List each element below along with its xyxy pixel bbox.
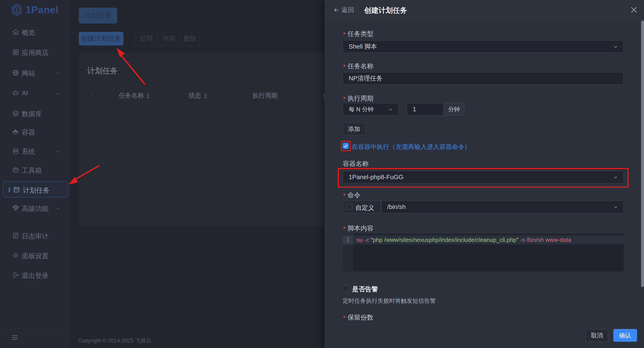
app-logo[interactable]: 1 1Panel — [11, 4, 58, 16]
script-label: 脚本内容 — [343, 224, 374, 233]
sidebar: 1 1Panel 概览应用商店网站AI数据库容器系统工具箱计划任务高级功能日志审… — [0, 0, 70, 348]
sidebar-item-label: 数据库 — [22, 109, 42, 119]
sidebar-item-label: 日志审计 — [22, 232, 48, 241]
table-line — [84, 225, 324, 226]
toolbox-icon — [12, 166, 19, 173]
sidebar-item-label: AI — [22, 89, 28, 97]
svg-text:1: 1 — [16, 7, 18, 13]
sidebar-item-label: 工具箱 — [22, 166, 42, 175]
logs-icon — [12, 232, 19, 239]
sidebar-item-label: 容器 — [22, 128, 35, 137]
select-all-checkbox[interactable] — [92, 92, 99, 99]
sidebar-item-cronjob[interactable]: 计划任务 — [3, 181, 68, 198]
shell-value: /bin/sh — [387, 203, 406, 211]
sidebar-item-settings[interactable]: 面板设置 — [0, 249, 70, 262]
active-indicator — [9, 188, 10, 192]
sidebar-item-appstore[interactable]: 应用商店 — [0, 46, 70, 59]
add-cycle-button[interactable]: 添加 — [343, 123, 366, 135]
cycle-number-value: 1 — [413, 106, 416, 113]
back-button[interactable]: 返回 — [333, 6, 354, 14]
card-title: 计划任务 — [87, 66, 118, 76]
footer-divider — [324, 324, 644, 324]
logo-hexagon-icon: 1 — [11, 4, 22, 16]
database-icon — [12, 110, 19, 117]
collapse-sidebar-icon[interactable] — [11, 334, 19, 341]
chevron-down-icon — [613, 44, 618, 50]
custom-command-group: 自定义 — [343, 201, 381, 213]
sidebar-item-advanced[interactable]: 高级功能 — [0, 201, 70, 215]
brand-name: 1Panel — [26, 4, 58, 16]
retain-label: 保留份数 — [343, 313, 374, 322]
sidebar-item-database[interactable]: 数据库 — [0, 107, 70, 120]
sidebar-item-robot[interactable]: AI — [0, 86, 70, 100]
system-icon — [12, 147, 19, 154]
task-type-value: Shell 脚本 — [349, 42, 377, 51]
sidebar-item-label: 面板设置 — [22, 251, 48, 261]
close-icon[interactable] — [630, 5, 638, 14]
cronjob-icon — [13, 186, 20, 193]
logout-icon — [12, 271, 19, 279]
sidebar-item-label: 系统 — [22, 147, 35, 156]
drawer-header: 返回 创建计划任务 — [324, 0, 644, 20]
column-header[interactable]: 任务名称 — [119, 91, 150, 100]
cycle-label: 执行周期 — [343, 94, 374, 103]
task-name-input[interactable]: NP清理任务 — [343, 72, 624, 85]
sidebar-item-label: 网站 — [22, 69, 35, 78]
sidebar-item-label: 退出登录 — [22, 271, 48, 280]
chevron-down-icon — [613, 204, 618, 210]
annotation-box-container-select — [338, 168, 628, 188]
cronjob-table-card: 计划任务 任务名称状态执行周期保留 — [79, 53, 324, 226]
sort-icon[interactable] — [146, 93, 150, 99]
sidebar-divider — [0, 328, 70, 329]
cycle-number-input[interactable]: 1 — [407, 103, 444, 116]
globe-icon — [12, 69, 19, 76]
drawer-lower: 是否告警 定时任务执行失败时将触发短信告警 保留份数 取消 确认 — [324, 272, 644, 348]
alert-description: 定时任务执行失败时将触发短信告警 — [343, 297, 436, 305]
sidebar-item-globe[interactable]: 网站 — [0, 66, 70, 80]
chevron-down-icon — [388, 107, 394, 112]
appstore-icon — [12, 49, 19, 56]
container-icon — [12, 128, 19, 135]
script-editor[interactable]: 1 su -c "php /www/sites/nexusphp/index/i… — [343, 233, 624, 272]
container-name-label: 容器名称 — [343, 159, 369, 168]
toolbar-hairline — [70, 29, 324, 29]
column-header[interactable]: 状态 — [188, 91, 207, 100]
sidebar-item-logout[interactable]: 退出登录 — [0, 268, 70, 282]
task-name-value: NP清理任务 — [349, 74, 382, 83]
shell-select[interactable]: /bin/sh — [381, 201, 624, 213]
chevron-down-icon — [56, 91, 60, 96]
alert-checkbox[interactable] — [343, 285, 349, 291]
chevron-down-icon — [56, 71, 60, 76]
enable-button[interactable]: 启用 — [135, 32, 158, 46]
route-tab-cronjob[interactable]: 计划任务 — [79, 8, 117, 24]
delete-button[interactable]: 删除 — [180, 32, 199, 46]
header-divider — [358, 6, 358, 14]
sort-icon[interactable] — [203, 93, 207, 99]
custom-command-checkbox[interactable] — [346, 204, 352, 210]
drawer-title: 创建计划任务 — [364, 6, 407, 16]
copyright-text: Copyright © 2014-2025 飞致云 — [78, 337, 151, 344]
cycle-type-select[interactable]: 每 N 分钟 — [343, 103, 398, 116]
sidebar-item-toolbox[interactable]: 工具箱 — [0, 163, 70, 177]
sidebar-item-home[interactable]: 概览 — [0, 25, 70, 39]
annotation-box-checkbox — [341, 141, 351, 151]
sidebar-item-container[interactable]: 容器 — [0, 125, 70, 138]
create-cronjob-button[interactable]: 创建计划任务 — [79, 32, 124, 46]
confirm-button[interactable]: 确认 — [613, 329, 637, 342]
cycle-unit-label: 分钟 — [444, 103, 464, 116]
drawer-scrollbar[interactable] — [641, 21, 644, 287]
in-container-label[interactable]: 在容器中执行（无需再输入进入容器命令） — [352, 143, 471, 151]
command-label: 命令 — [343, 191, 360, 200]
table-line — [84, 163, 324, 163]
task-type-select[interactable]: Shell 脚本 — [343, 40, 624, 53]
disable-button[interactable]: 停用 — [157, 32, 181, 46]
chevron-down-icon — [56, 149, 60, 154]
main-content: 计划任务 创建计划任务 启用 停用 删除 计划任务 任务名称状态执行周期保留 C… — [70, 0, 324, 348]
editor-line-number: 1 — [343, 235, 353, 244]
sidebar-item-logs[interactable]: 日志审计 — [0, 229, 70, 242]
sidebar-item-system[interactable]: 系统 — [0, 144, 70, 158]
column-header: 执行周期 — [252, 91, 278, 100]
sidebar-item-label: 概览 — [22, 28, 35, 37]
cycle-type-value: 每 N 分钟 — [349, 105, 374, 113]
cancel-button[interactable]: 取消 — [586, 329, 608, 342]
